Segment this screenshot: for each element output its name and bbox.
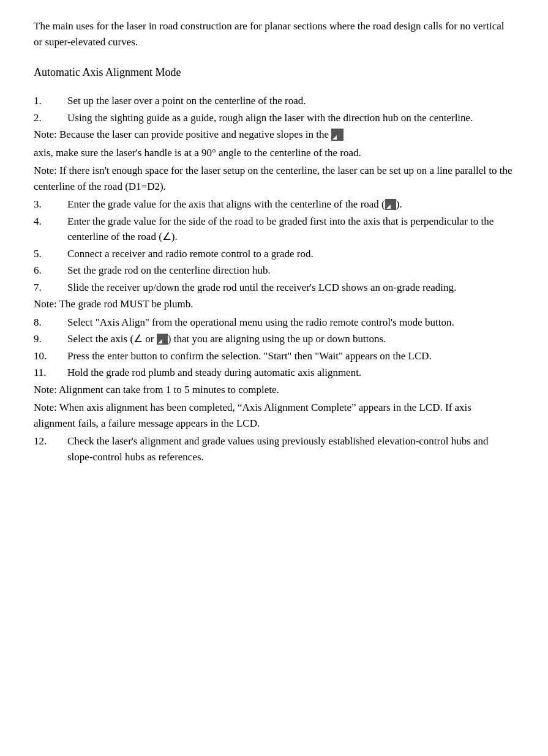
note-2: Note: If there isn't enough space for th…: [34, 163, 514, 194]
list-item: 12. Check the laser's alignment and grad…: [34, 433, 514, 465]
list-number: 8.: [34, 315, 67, 331]
list-text: Set the grade rod on the centerline dire…: [67, 263, 514, 279]
list-item: 3. Enter the grade value for the axis th…: [34, 196, 514, 212]
list-text: Select the axis (∠ or ) that you are ali…: [67, 331, 514, 347]
note-1b: axis, make sure the laser's handle is at…: [34, 145, 514, 161]
list-text: Check the laser's alignment and grade va…: [67, 433, 514, 465]
list-item: 10. Press the enter button to confirm th…: [34, 348, 514, 364]
list-item: 2. Using the sighting guide as a guide, …: [34, 110, 514, 126]
list-item: 7. Slide the receiver up/down the grade …: [34, 280, 514, 296]
list-number: 1.: [34, 93, 67, 109]
list-number: 7.: [34, 280, 67, 296]
list-text: Set up the laser over a point on the cen…: [67, 93, 514, 109]
note-1: Note: Because the laser can provide posi…: [34, 127, 514, 143]
list-item: 1. Set up the laser over a point on the …: [34, 93, 514, 109]
note-3: Note: The grade rod MUST be plumb.: [34, 296, 514, 312]
page-content: The main uses for the laser in road cons…: [34, 18, 514, 465]
list-item: 9. Select the axis (∠ or ) that you are …: [34, 331, 514, 347]
list-number: 2.: [34, 110, 67, 126]
list-text: Enter the grade value for the side of th…: [67, 214, 514, 245]
section-heading: Automatic Axis Alignment Mode: [34, 64, 514, 81]
intro-text: The main uses for the laser in road cons…: [34, 18, 514, 50]
list-text: Select "Axis Align" from the operational…: [67, 315, 514, 331]
note-4: Note: Alignment can take from 1 to 5 min…: [34, 382, 514, 398]
list-number: 4.: [34, 214, 67, 245]
list-number: 6.: [34, 263, 67, 279]
z-axis-icon-small: [385, 199, 396, 210]
list-text: Connect a receiver and radio remote cont…: [67, 246, 514, 262]
note-5: Note: When axis alignment has been compl…: [34, 400, 514, 431]
list-number: 12.: [34, 433, 67, 465]
list-number: 9.: [34, 331, 67, 347]
list-text: Using the sighting guide as a guide, rou…: [67, 110, 514, 126]
z-axis-icon: [331, 129, 343, 141]
list-item: 8. Select "Axis Align" from the operatio…: [34, 315, 514, 331]
list-text: Slide the receiver up/down the grade rod…: [67, 280, 514, 296]
list-number: 11.: [34, 365, 67, 381]
list-number: 3.: [34, 196, 67, 212]
list-text: Hold the grade rod plumb and steady duri…: [67, 365, 514, 381]
list-number: 5.: [34, 246, 67, 262]
list-item: 6. Set the grade rod on the centerline d…: [34, 263, 514, 279]
list-item: 5. Connect a receiver and radio remote c…: [34, 246, 514, 262]
list-number: 10.: [34, 348, 67, 364]
list-item: 4. Enter the grade value for the side of…: [34, 214, 514, 245]
list-item: 11. Hold the grade rod plumb and steady …: [34, 365, 514, 381]
list-text: Press the enter button to confirm the se…: [67, 348, 514, 364]
list-text: Enter the grade value for the axis that …: [67, 196, 514, 212]
z-axis-icon-inline: [157, 334, 168, 345]
